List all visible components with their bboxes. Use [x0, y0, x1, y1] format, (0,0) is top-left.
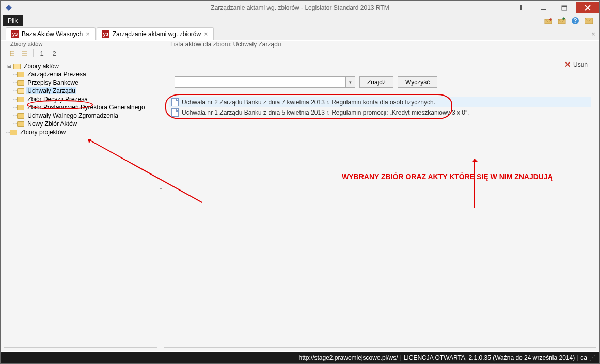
- delete-label: Usuń: [573, 61, 588, 68]
- clear-button[interactable]: Wyczyść: [398, 76, 437, 88]
- maximize-button[interactable]: [555, 2, 574, 13]
- window-title: Zarządzanie aktami wg. zbiorów - Legisla…: [211, 4, 389, 11]
- status-url: http://stage2.prawomiejscowe.pl/ws/: [298, 354, 398, 361]
- splitter[interactable]: [157, 44, 164, 348]
- document-icon: [171, 98, 179, 106]
- left-panel: Zbiory aktów 1 2 ⊟ Zbiory aktów ⋯ Zarząd…: [4, 44, 157, 348]
- tree-label: Zbiór Decyzji Prezesa: [26, 96, 89, 103]
- folder-icon: [17, 72, 24, 77]
- app-icon: [4, 3, 14, 13]
- tree-label: Zarządzenia Prezesa: [26, 71, 87, 78]
- tree-label: Zbiory projektów: [19, 129, 67, 136]
- left-panel-title: Zbiory aktów: [8, 41, 44, 47]
- menubar: Plik ?: [1, 14, 599, 27]
- folder-icon: [17, 88, 24, 94]
- view-1-button[interactable]: 1: [37, 49, 47, 58]
- tree-item[interactable]: ⋯ Zbiory projektów: [6, 128, 156, 136]
- folder-icon: [17, 97, 24, 102]
- tree-item[interactable]: ⋯ Nowy Zbiór Aktów: [6, 120, 156, 128]
- annotation-arrow: [474, 159, 475, 208]
- tree-label: Zbiory aktów: [23, 62, 60, 70]
- tree-item[interactable]: ⋯ Zbiór Decyzji Prezesa: [6, 95, 156, 103]
- right-panel: Lista aktów dla zbioru: Uchwały Zarządu …: [164, 44, 596, 348]
- list-item-label: Uchwała nr 2 Zarządu Banku z dnia 7 kwie…: [182, 99, 435, 106]
- tab-icon: y3: [11, 30, 19, 38]
- list-item-label: Uchwała nr 1 Zarządu Banku z dnia 5 kwie…: [182, 109, 469, 116]
- tree-view: ⊟ Zbiory aktów ⋯ Zarządzenia Prezesa ⋯ P…: [4, 60, 157, 138]
- delete-x-icon: ✕: [564, 60, 571, 69]
- minimize-button[interactable]: [534, 2, 553, 13]
- tree-item-selected[interactable]: ⋯ Uchwały Zarządu: [6, 87, 156, 95]
- tree-label: Nowy Zbiór Aktów: [26, 120, 78, 128]
- mail-icon[interactable]: [584, 16, 593, 25]
- view-2-button[interactable]: 2: [49, 49, 59, 58]
- status-license: LICENCJA OTWARTA, 2.1.0.35 (Ważna do 24 …: [404, 354, 575, 361]
- tree-label: Przepisy Bankowe: [26, 79, 80, 86]
- tab-label: Baza Aktów Własnych: [22, 30, 83, 38]
- tree-root[interactable]: ⊟ Zbiory aktów: [6, 62, 156, 70]
- collapse-icon[interactable]: [20, 49, 30, 58]
- tab-close-icon[interactable]: ×: [204, 30, 208, 38]
- tab-baza-aktow[interactable]: y3 Baza Aktów Własnych ×: [6, 27, 96, 40]
- tree-label: Zbiór Postanowień Dyrektora Generalnego: [26, 104, 146, 111]
- toolbar-divider: [33, 49, 34, 57]
- tree-label: Uchwały Zarządu: [26, 87, 76, 94]
- mail-out-icon[interactable]: [557, 16, 566, 25]
- svg-rect-1: [520, 5, 522, 10]
- folder-icon: [17, 105, 24, 110]
- folder-icon: [17, 80, 24, 86]
- folder-icon: [17, 121, 24, 127]
- acts-list: Uchwała nr 2 Zarządu Banku z dnia 7 kwie…: [169, 97, 591, 118]
- titlebar: Zarządzanie aktami wg. zbiorów - Legisla…: [1, 1, 599, 14]
- menu-file[interactable]: Plik: [3, 15, 23, 26]
- document-icon: [171, 108, 179, 117]
- close-button[interactable]: [576, 2, 599, 13]
- dropdown-arrow-icon[interactable]: ▾: [346, 76, 355, 88]
- tabs-close-all-icon[interactable]: ×: [591, 30, 595, 38]
- tree-label: Uchwały Walnego Zgromadzenia: [26, 112, 119, 119]
- list-item[interactable]: Uchwała nr 1 Zarządu Banku z dnia 5 kwie…: [169, 107, 591, 118]
- annotation-text: WYBRANY ZBIÓR ORAZ AKTY KTÓRE SIĘ W NIM …: [342, 172, 553, 181]
- find-button[interactable]: Znajdź: [359, 76, 393, 88]
- main-area: Zbiory aktów 1 2 ⊟ Zbiory aktów ⋯ Zarząd…: [1, 41, 599, 351]
- search-row: ▾ Znajdź Wyczyść: [175, 76, 591, 88]
- search-input[interactable]: [175, 76, 346, 88]
- svg-text:?: ?: [573, 17, 577, 24]
- tab-close-icon[interactable]: ×: [86, 30, 90, 38]
- folder-icon: [10, 130, 17, 135]
- statusbar: http://stage2.prawomiejscowe.pl/ws/ | LI…: [1, 352, 599, 363]
- tree-item[interactable]: ⋯ Przepisy Bankowe: [6, 78, 156, 87]
- folder-icon: [17, 113, 24, 119]
- snap-button[interactable]: [514, 2, 532, 13]
- mail-in-icon[interactable]: [544, 16, 553, 25]
- resize-grip-icon[interactable]: ⋰: [589, 354, 595, 361]
- tree-item[interactable]: ⋯ Uchwały Walnego Zgromadzenia: [6, 112, 156, 120]
- right-panel-title: Lista aktów dla zbioru: Uchwały Zarządu: [168, 41, 283, 48]
- list-item[interactable]: Uchwała nr 2 Zarządu Banku z dnia 7 kwie…: [169, 97, 591, 107]
- expand-icon[interactable]: [7, 49, 18, 58]
- tab-label: Zarządzanie aktami wg. zbiorów: [113, 30, 201, 38]
- tab-zarzadzanie[interactable]: y3 Zarządzanie aktami wg. zbiorów ×: [97, 27, 214, 40]
- delete-button[interactable]: ✕ Usuń: [564, 60, 588, 69]
- tree-item[interactable]: ⋯ Zarządzenia Prezesa: [6, 70, 156, 78]
- document-tabs: y3 Baza Aktów Własnych × y3 Zarządzanie …: [1, 27, 599, 40]
- tab-icon: y3: [102, 30, 109, 38]
- help-icon[interactable]: ?: [571, 16, 580, 25]
- folder-icon: [13, 64, 21, 69]
- tree-item[interactable]: ⋯ Zbiór Postanowień Dyrektora Generalneg…: [6, 103, 156, 112]
- status-mode: ca: [580, 354, 587, 361]
